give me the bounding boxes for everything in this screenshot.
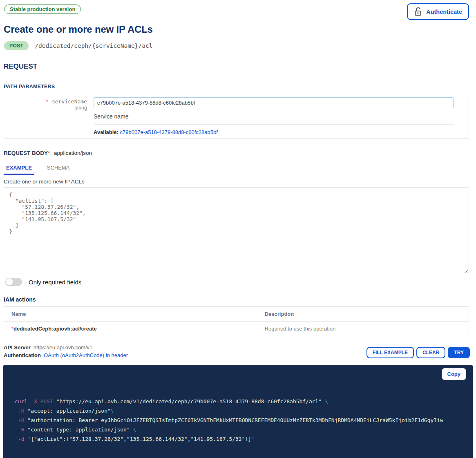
iam-header-row: Name Description — [4, 307, 469, 322]
content-type: application/json — [54, 150, 92, 156]
available-row: Available: c79b007e-a518-4379-88d8-c60fc… — [94, 129, 454, 135]
authentication-label: Authentication — [4, 352, 41, 358]
required-marker: * — [45, 98, 49, 105]
request-heading: REQUEST — [4, 63, 476, 71]
request-body-label: REQUEST BODY — [4, 150, 48, 156]
authentication-line: AuthenticationOAuth (oAuth2AuthCode) in … — [4, 352, 128, 358]
param-name: * serviceName — [4, 98, 87, 105]
param-description: Service name — [94, 113, 454, 125]
tab-example[interactable]: EXAMPLE — [4, 163, 34, 175]
param-label-column: * serviceName string — [4, 95, 87, 135]
lock-icon — [414, 7, 422, 16]
only-required-label: Only required fields — [29, 279, 81, 286]
api-server-value: https://eu.api.ovh.com/v1 — [34, 344, 93, 351]
iam-action-description-cell: Required to use this operation — [257, 322, 469, 336]
authenticate-button[interactable]: Authenticate — [407, 3, 469, 20]
try-button[interactable]: TRY — [448, 347, 470, 358]
curl-code: curl -X POST "https://eu.api.ovh.com/v1/… — [15, 397, 473, 444]
page-title: Create one or more new IP ACLs — [4, 24, 476, 35]
server-actions-row: API Serverhttps://eu.api.ovh.com/v1 Auth… — [4, 343, 470, 358]
available-value-link[interactable]: c79b007e-a518-4379-88d8-c60fc28ab5bf — [120, 129, 218, 135]
param-type: string — [4, 105, 87, 111]
tab-schema[interactable]: SCHEMA — [45, 163, 72, 175]
table-row: *dedicatedCeph:apiovh:acl/create Require… — [4, 322, 469, 336]
endpoint: POST /dedicated/ceph/{serviceName}/acl — [4, 41, 476, 50]
http-method-badge: POST — [4, 41, 29, 50]
api-server-label: API Server — [4, 344, 31, 351]
iam-actions-table: Name Description *dedicatedCeph:apiovh:a… — [4, 306, 469, 336]
path-parameters-box: * serviceName string Service name Availa… — [4, 93, 469, 139]
only-required-toggle[interactable] — [5, 278, 22, 286]
request-body-editor[interactable]: { "aclList": [ "57.128.37.26/32", "135.1… — [4, 188, 469, 273]
api-console-page: Stable production version Authenticate C… — [0, 0, 476, 458]
copy-curl-button[interactable]: Copy — [442, 368, 467, 380]
request-body-heading: REQUEST BODY* application/json — [4, 150, 476, 156]
clear-button[interactable]: CLEAR — [416, 347, 445, 358]
authenticate-label: Authenticate — [426, 9, 462, 15]
required-marker: * — [48, 150, 50, 156]
path-parameters-heading: PATH PARAMETERS — [4, 84, 476, 89]
version-badge: Stable production version — [4, 4, 81, 14]
action-buttons: FILL EXAMPLE CLEAR TRY — [366, 347, 470, 358]
only-required-row: Only required fields — [5, 278, 476, 286]
fill-example-button[interactable]: FILL EXAMPLE — [366, 347, 414, 358]
toggle-knob — [6, 278, 13, 286]
topbar: Stable production version Authenticate — [0, 0, 476, 20]
iam-column-name: Name — [4, 307, 257, 322]
service-name-input[interactable] — [94, 97, 454, 108]
endpoint-path: /dedicated/ceph/{serviceName}/acl — [35, 42, 152, 49]
curl-code-block: Copy curl -X POST "https://eu.api.ovh.co… — [3, 365, 473, 458]
api-server-line: API Serverhttps://eu.api.ovh.com/v1 — [4, 344, 128, 351]
body-description: Create one or more new IP ACLs — [4, 179, 476, 185]
available-label: Available: — [94, 129, 118, 135]
body-tabs: EXAMPLE SCHEMA — [0, 163, 476, 175]
iam-action-name-cell: *dedicatedCeph:apiovh:acl/create — [4, 322, 257, 336]
iam-column-description: Description — [257, 307, 469, 322]
iam-actions-heading: IAM actions — [4, 296, 476, 303]
server-info: API Serverhttps://eu.api.ovh.com/v1 Auth… — [4, 343, 128, 358]
authentication-link[interactable]: OAuth (oAuth2AuthCode) in header — [44, 352, 128, 358]
param-value-column: Service name Available: c79b007e-a518-43… — [87, 95, 469, 135]
